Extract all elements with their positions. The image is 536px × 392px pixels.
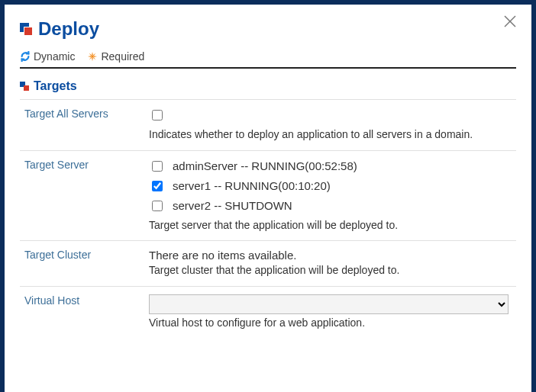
target-all-checkbox[interactable] <box>152 110 163 120</box>
target-server-help: Target server that the application will … <box>149 218 509 233</box>
target-server-label: Target Server <box>20 159 146 233</box>
deploy-dialog: Deploy Dynamic Required Targets <box>0 0 536 392</box>
target-all-label: Target All Servers <box>20 108 146 143</box>
virtual-host-label: Virtual Host <box>20 294 146 331</box>
server-option-label: server2 -- SHUTDOWN <box>173 199 292 212</box>
target-cluster-help: Target cluster that the application will… <box>149 263 509 278</box>
dynamic-icon <box>20 51 31 62</box>
virtual-host-help: Virtual host to configure for a web appl… <box>149 316 509 331</box>
svg-point-2 <box>92 55 95 58</box>
server-option-label: server1 -- RUNNING(00:10:20) <box>173 179 331 192</box>
legend-required-label: Required <box>101 50 144 63</box>
server-option-label: adminServer -- RUNNING(00:52:58) <box>173 159 357 172</box>
section-icon <box>20 82 29 91</box>
close-button[interactable] <box>502 14 518 29</box>
legend-row: Dynamic Required <box>20 50 516 69</box>
deploy-icon <box>20 23 32 35</box>
section-title: Targets <box>34 79 77 93</box>
server-option-adminserver[interactable] <box>152 161 163 172</box>
server-option-server1[interactable] <box>152 181 163 191</box>
target-cluster-empty: There are no items available. <box>149 249 509 262</box>
target-all-help: Indicates whether to deploy an applicati… <box>149 127 509 143</box>
legend-dynamic-label: Dynamic <box>34 50 75 63</box>
required-icon <box>87 51 98 62</box>
dialog-title: Deploy <box>38 18 99 40</box>
target-cluster-label: Target Cluster <box>20 249 146 278</box>
server-option-server2[interactable] <box>152 201 163 211</box>
virtual-host-select[interactable] <box>149 294 509 314</box>
